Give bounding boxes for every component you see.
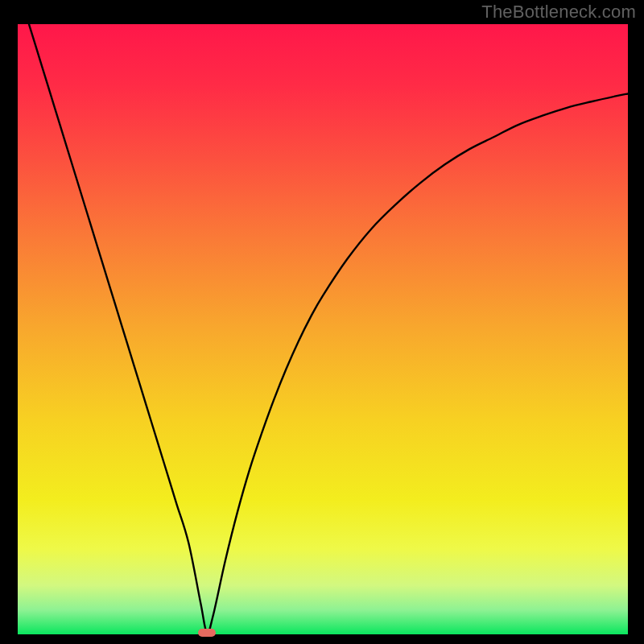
- watermark-text: TheBottleneck.com: [481, 2, 636, 23]
- chart-frame: TheBottleneck.com: [0, 0, 644, 644]
- plot-area: [18, 24, 628, 634]
- gradient-background: [18, 24, 628, 634]
- chart-svg: [18, 24, 628, 634]
- optimal-point-marker: [198, 629, 216, 637]
